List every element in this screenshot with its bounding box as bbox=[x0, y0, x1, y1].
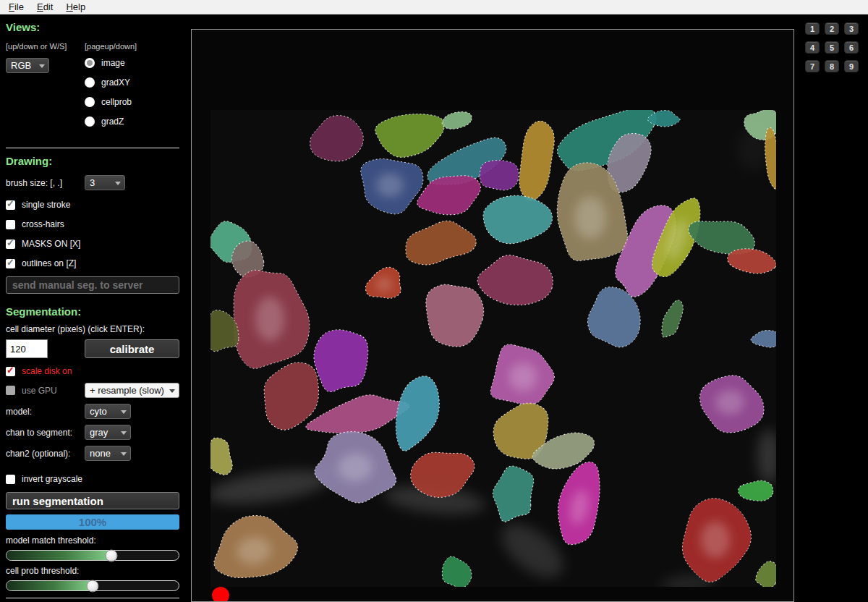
section-divider bbox=[6, 598, 179, 598]
menu-item-help[interactable]: Help bbox=[59, 1, 92, 14]
menu-item-file[interactable]: File bbox=[2, 1, 30, 14]
drawing-header: Drawing: bbox=[6, 155, 179, 167]
view-radio-group: imagegradXYcellprobgradZ bbox=[85, 58, 132, 136]
cell-mask[interactable] bbox=[475, 252, 554, 309]
chan2-dropdown[interactable]: none bbox=[85, 446, 131, 461]
cell-mask[interactable] bbox=[698, 373, 765, 435]
checkbox-label: cross-hairs bbox=[22, 219, 64, 229]
cell-diameter-label: cell diameter (pixels) (click ENTER): bbox=[6, 324, 179, 334]
view-button-4[interactable]: 4 bbox=[805, 41, 820, 54]
cell-prob-threshold-slider[interactable] bbox=[6, 580, 179, 591]
cell-mask[interactable] bbox=[658, 297, 686, 341]
view-radio-gradZ[interactable]: gradZ bbox=[85, 116, 132, 127]
model-dropdown[interactable]: cyto bbox=[85, 404, 131, 419]
chan-value: gray bbox=[90, 427, 108, 438]
chan2-value: none bbox=[90, 448, 111, 459]
slider-fill bbox=[7, 581, 93, 590]
checkbox-label: MASKS ON [X] bbox=[22, 239, 80, 249]
slider-fill bbox=[7, 551, 111, 560]
view-button-2[interactable]: 2 bbox=[825, 22, 839, 35]
cell-mask[interactable] bbox=[517, 119, 556, 202]
cell-outline bbox=[480, 160, 518, 190]
cell-outline bbox=[490, 465, 535, 524]
brush-size-dropdown[interactable]: 3 bbox=[85, 175, 125, 190]
menu-item-edit[interactable]: Edit bbox=[30, 1, 59, 14]
scale-disk-checkbox[interactable]: ✓ scale disk on bbox=[6, 366, 179, 376]
view-numpad: 123456789 bbox=[805, 22, 859, 72]
send-seg-button[interactable]: send manual seg. to server bbox=[6, 276, 179, 294]
image-canvas[interactable] bbox=[191, 29, 794, 602]
image-viewport[interactable] bbox=[210, 110, 776, 587]
view-button-5[interactable]: 5 bbox=[825, 41, 839, 54]
view-radio-image[interactable]: image bbox=[85, 58, 132, 68]
radio-icon bbox=[85, 97, 95, 107]
radio-label: gradXY bbox=[101, 77, 130, 88]
invert-grayscale-checkbox[interactable]: invert grayscale bbox=[6, 474, 179, 484]
slider-handle[interactable] bbox=[87, 580, 99, 592]
view-radio-cellprob[interactable]: cellprob bbox=[85, 97, 132, 107]
run-segmentation-button[interactable]: run segmentation bbox=[6, 492, 179, 509]
cell-mask[interactable] bbox=[480, 190, 556, 248]
cell-diameter-input[interactable] bbox=[6, 339, 48, 358]
cell-mask[interactable] bbox=[364, 266, 401, 300]
resample-dropdown[interactable]: + resample (slow) bbox=[85, 383, 179, 398]
cell-mask[interactable] bbox=[210, 436, 234, 478]
model-match-threshold-slider[interactable] bbox=[6, 550, 179, 561]
view-button-7[interactable]: 7 bbox=[805, 60, 820, 72]
cell-mask[interactable] bbox=[682, 499, 751, 582]
model-value: cyto bbox=[90, 406, 107, 417]
cell-mask[interactable] bbox=[310, 116, 364, 161]
chan-dropdown[interactable]: gray bbox=[85, 425, 131, 440]
view-button-1[interactable]: 1 bbox=[805, 22, 820, 35]
color-mode-dropdown[interactable]: RGB bbox=[6, 58, 49, 73]
cell-mask[interactable] bbox=[391, 372, 444, 455]
cell-mask[interactable] bbox=[373, 110, 448, 161]
cell-mask[interactable] bbox=[210, 510, 301, 582]
checkbox-cross-hairs[interactable]: cross-hairs bbox=[6, 219, 179, 229]
checkbox-box: ✓ bbox=[6, 239, 15, 249]
radio-label: cellprob bbox=[101, 97, 132, 107]
scale-disk-label: scale disk on bbox=[22, 366, 72, 376]
cell-mask[interactable] bbox=[490, 344, 554, 404]
model-label: model: bbox=[6, 407, 85, 417]
check-icon: ✓ bbox=[7, 257, 14, 268]
cell-mask[interactable] bbox=[234, 270, 310, 368]
cell-mask[interactable] bbox=[442, 556, 472, 587]
cell-mask[interactable] bbox=[402, 217, 478, 268]
cell-mask[interactable] bbox=[751, 331, 776, 348]
radio-icon bbox=[85, 116, 95, 127]
cell-outline bbox=[480, 190, 556, 248]
cell-mask[interactable] bbox=[480, 160, 518, 190]
cell-mask[interactable] bbox=[423, 279, 488, 350]
radio-label: image bbox=[101, 58, 125, 68]
view-radio-gradXY[interactable]: gradXY bbox=[85, 77, 132, 88]
view-button-8[interactable]: 8 bbox=[825, 60, 839, 72]
checkbox-masks-on-x-[interactable]: ✓MASKS ON [X] bbox=[6, 239, 179, 249]
cell-mask[interactable] bbox=[441, 110, 473, 131]
radio-icon bbox=[85, 77, 95, 88]
brush-size-value: 3 bbox=[90, 177, 95, 188]
chevron-down-icon bbox=[121, 431, 127, 435]
chevron-down-icon bbox=[39, 64, 45, 68]
segmentation-header: Segmentation: bbox=[6, 305, 179, 318]
view-button-9[interactable]: 9 bbox=[844, 60, 859, 72]
radio-icon bbox=[85, 58, 95, 68]
views-header: Views: bbox=[6, 21, 179, 33]
cell-mask[interactable] bbox=[753, 558, 776, 587]
cell-outline bbox=[391, 372, 444, 455]
cell-mask[interactable] bbox=[490, 465, 535, 524]
slider-handle[interactable] bbox=[106, 549, 118, 561]
progress-bar: 100% bbox=[6, 514, 179, 530]
cell-mask[interactable] bbox=[550, 457, 607, 548]
checkbox-outlines-on-z-[interactable]: ✓outlines on [Z] bbox=[6, 258, 179, 268]
cell-mask[interactable] bbox=[738, 480, 774, 503]
cell-mask[interactable] bbox=[309, 326, 371, 397]
view-button-6[interactable]: 6 bbox=[844, 41, 859, 54]
checkbox-single-stroke[interactable]: ✓single stroke bbox=[6, 200, 179, 210]
use-gpu-checkbox[interactable]: use GPU bbox=[6, 386, 85, 396]
calibrate-button[interactable]: calibrate bbox=[85, 339, 179, 358]
checkbox-label: outlines on [Z] bbox=[22, 258, 76, 268]
cell-outline bbox=[517, 119, 556, 202]
view-button-3[interactable]: 3 bbox=[844, 22, 859, 35]
cell-mask[interactable] bbox=[361, 159, 423, 214]
